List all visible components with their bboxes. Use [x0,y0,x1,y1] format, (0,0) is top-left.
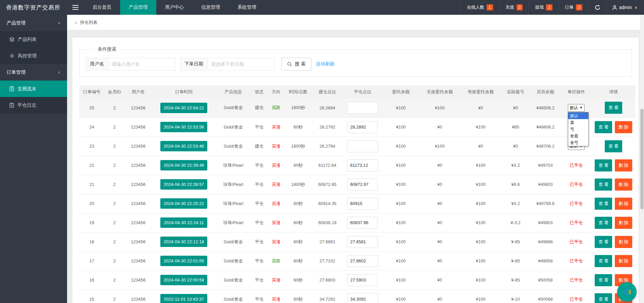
sidebar-group-orders[interactable]: 订单管理 ∨ [0,64,67,81]
status: 平仓 [251,175,268,194]
close-point-input[interactable] [347,179,378,191]
single-control: 已平仓 [561,290,592,303]
order-time-badge: 2024-04-30 22:26:57 [160,179,208,190]
closed-label: 已平仓 [570,182,583,187]
stat-label: 充值 [505,4,514,10]
username-label: admin [619,5,632,10]
view-button[interactable]: 查 看 [595,293,612,303]
status: 平仓 [251,213,268,232]
order-time: 2024-04-30 22:01:05 [152,251,216,270]
nav-item-home[interactable]: 后台首页 [84,0,120,15]
delete-button[interactable]: 删 除 [615,198,632,210]
delete-button[interactable]: 删 除 [615,255,632,267]
view-button[interactable]: 查 看 [595,236,612,248]
nav-item-users[interactable]: 用户中心 [156,0,193,15]
close-point-input[interactable] [347,102,378,114]
duration: 60秒 [284,270,312,290]
user-menu[interactable]: admin ∧ [606,0,644,15]
username-input[interactable] [108,58,175,70]
dropdown-option[interactable]: 亏 [568,126,588,133]
dropdown-option[interactable]: 默认 [568,112,588,119]
view-button[interactable]: 查 看 [605,102,622,114]
scrollbar-thumb[interactable] [640,109,644,209]
close-point-input[interactable] [347,274,378,286]
view-button[interactable]: 查 看 [595,274,612,286]
close-point-input[interactable] [347,255,378,267]
column-header: 方向 [268,86,284,98]
status: 平仓 [251,270,268,290]
order-date-input[interactable] [208,58,275,70]
view-button[interactable]: 查 看 [595,121,612,133]
close-point-input[interactable] [347,217,378,229]
product-info: Gold/黄金 [216,270,251,290]
status: 平仓 [251,194,268,213]
hamburger-icon[interactable] [67,0,84,15]
username: 123456 [124,194,152,213]
column-header: 状态 [251,86,268,98]
close-point [343,137,382,156]
delete-button[interactable]: 删 除 [615,217,632,229]
delete-button[interactable]: 删 除 [615,236,632,248]
close-point-input[interactable] [347,293,378,303]
search-button[interactable]: 搜 索 [281,58,311,70]
sidebar-item-product-list[interactable]: 产品列表 [0,31,67,48]
stat-orders[interactable]: 订单 2 [558,0,588,15]
product-info: Gold/黄金 [216,290,251,303]
open-point: 60838.19 [312,213,343,232]
positions-table: 订单编号会员ID用户名订单时间产品信息状态方向时间/点数建仓点位平仓点位委托余额… [79,86,635,303]
delete-button[interactable]: 删 除 [615,121,632,133]
refresh-icon[interactable] [588,0,606,15]
auto-refresh-link[interactable]: 自动刷新 [316,61,335,67]
search-fieldset: 条件搜索 用户名 下单日期 搜 索 [79,46,632,77]
sidebar-group-products[interactable]: 产品管理 ∨ [0,15,67,31]
stat-deposits[interactable]: 充值 2 [499,0,529,15]
nav-item-info[interactable]: 信息管理 [193,0,229,15]
view-button[interactable]: 查 看 [595,179,612,191]
view-button[interactable]: 查 看 [595,198,612,210]
valid-entrust-balance: ¥100 [460,117,501,137]
view-button[interactable]: 查 看 [595,159,612,171]
dropdown-option[interactable]: 全盈 [568,133,588,139]
duration: 60秒 [284,213,312,232]
entrust-balance: ¥100 [382,156,419,175]
member-id: 2 [104,117,124,137]
username: 123456 [124,137,152,156]
gear-icon [9,53,14,58]
duration: 60秒 [284,232,312,251]
column-header: 建仓点位 [312,86,343,98]
dropdown-option[interactable]: 盈 [568,119,588,126]
close-point-input[interactable] [347,140,378,152]
order-time-badge: 2024-04-30 22:00:59 [160,275,208,285]
close-point [343,98,382,117]
nav-item-products[interactable]: 产品管理 [120,0,156,15]
column-header: 实际盈亏 [501,86,530,98]
direction: 买涨 [268,156,284,175]
member-id: 2 [104,213,124,232]
stat-online-users[interactable]: 在线人数 1 [461,0,499,15]
member-id: 2 [104,290,124,303]
dropdown-option[interactable]: 全亏 [568,139,588,146]
order-time-badge: 2024-04-30 22:25:22 [160,198,208,209]
view-button[interactable]: 查 看 [595,255,612,267]
order-time-badge: 2024-04-30 22:53:56 [160,122,208,132]
view-button[interactable]: 查 看 [605,140,622,152]
open-point: 60914.35 [312,194,343,213]
direction: 买跌 [268,251,284,270]
sidebar-item-risk-control[interactable]: 风控管理 [0,48,67,64]
sound-fab-button[interactable] [617,282,637,302]
delete-button[interactable]: 删 除 [615,159,632,171]
close-point-input[interactable] [347,236,378,248]
nav-item-system[interactable]: 系统管理 [229,0,265,15]
delete-button[interactable]: 删 除 [615,179,632,191]
open-point: 28.2792 [312,117,343,137]
close-point-input[interactable] [347,198,378,210]
stat-withdrawals[interactable]: 提现 2 [529,0,558,15]
order-id: 22 [79,156,104,175]
sidebar-item-close-log[interactable]: 平仓日志 [0,97,67,113]
vertical-scrollbar[interactable] [640,15,644,303]
sidebar-item-trade-flow[interactable]: 交易流水 [0,81,67,97]
view-button[interactable]: 查 看 [595,217,612,229]
control-select[interactable]: 默认▼ [568,104,585,112]
close-point-input[interactable] [347,121,378,133]
close-point-input[interactable] [347,159,378,171]
